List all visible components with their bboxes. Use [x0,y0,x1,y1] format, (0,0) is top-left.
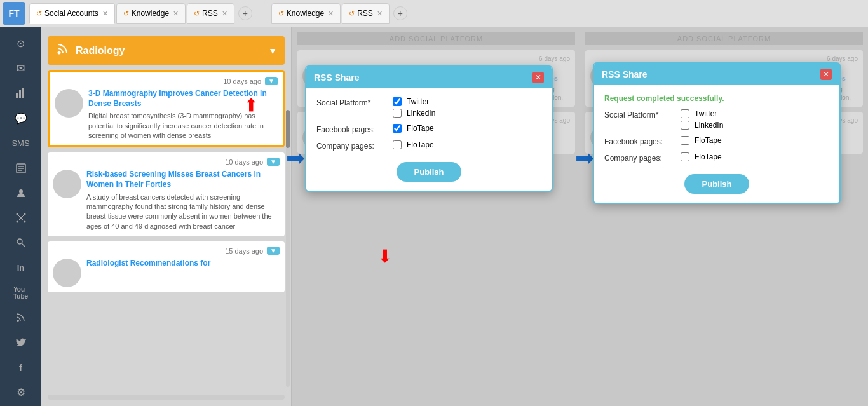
rss-1-facebook-row: Facebook pages: FloTape [316,124,541,134]
feed-item-0-content: 3-D Mammography Improves Cancer Detectio… [88,89,278,140]
rss-2-flotape1-checkbox[interactable] [681,136,689,145]
rss-2-twitter-option[interactable]: Twitter [681,109,723,118]
tab-knowledge2-close[interactable]: ✕ [328,10,334,18]
rss-dialog-1-close-btn[interactable]: ✕ [532,72,544,83]
tab-knowledge-icon: ↺ [123,10,129,18]
rss-2-company-label: Company pages: [604,152,681,163]
rss-2-social-platform-label: Social Platform* [604,109,681,119]
sidebar-item-network[interactable] [8,206,34,229]
sidebar-item-settings[interactable]: ⚙ [8,381,34,403]
rss-2-twitter-label: Twitter [695,109,717,118]
sidebar-item-contacts[interactable] [8,182,34,204]
feed-item-0-avatar [55,89,83,118]
add-tab2-button[interactable]: + [393,6,407,20]
feed-item-2-expand-btn[interactable]: ▼ [267,247,280,255]
rss-1-linkedin-checkbox[interactable] [393,109,402,118]
rss-2-facebook-label: Facebook pages: [604,136,681,146]
tab-rss2-label: RSS [357,9,373,18]
sidebar-item-youtube[interactable]: YouTube [8,281,34,304]
sidebar-item-mail[interactable]: ✉ [8,57,34,79]
rss-1-social-platform-label: Social Platform* [316,97,393,107]
feed-item-2-avatar [53,259,81,287]
rss-2-flotape2-checkbox[interactable] [681,152,689,161]
rss-2-linkedin-checkbox[interactable] [681,121,689,130]
rss-1-linkedin-label: LinkedIn [407,109,435,118]
rss-1-facebook-label: Facebook pages: [316,124,393,134]
sidebar-item-chart[interactable] [8,82,34,104]
arrow-2: ➡ [575,145,594,172]
rss-1-publish-btn[interactable]: Publish [397,162,462,182]
rss-1-social-platform-row: Social Platform* Twitter LinkedIn [316,97,541,118]
feed-item-1-title: Risk-based Screening Misses Breast Cance… [86,170,280,189]
rss-2-linkedin-option[interactable]: LinkedIn [681,121,723,130]
sidebar-item-facebook[interactable]: f [8,356,34,379]
horizontal-scrollbar[interactable] [48,395,285,400]
tab-rss2[interactable]: ↺ RSS ✕ [342,3,390,24]
rss-2-company-row: Company pages: FloTape [604,152,829,163]
sidebar-item-twitter[interactable] [8,331,34,353]
add-tab-button[interactable]: + [238,6,252,20]
rss-2-facebook-options: FloTape [681,136,722,145]
tab-knowledge[interactable]: ↺ Knowledge ✕ [116,3,186,24]
rss-1-publish-row: Publish [316,157,541,182]
scrollbar-thumb[interactable] [286,110,290,148]
rss-dialog-2: RSS Share ✕ Request completed successful… [593,62,841,204]
feed-item-1-body: Risk-based Screening Misses Breast Cance… [53,170,280,231]
rss-dialog-2-body: Request completed successfully. Social P… [594,85,839,203]
add-social-label-1: ADD SOCIAL PLATFORM [297,32,575,45]
feed-item-2-header: 15 days ago ▼ [53,247,280,255]
rss-1-twitter-label: Twitter [407,97,429,106]
rss-1-linkedin-option[interactable]: LinkedIn [393,109,435,118]
rss-2-flotape2-option[interactable]: FloTape [681,152,722,161]
tab-rss-close[interactable]: ✕ [222,10,227,18]
rss-1-flotape1-option[interactable]: FloTape [393,124,434,133]
feed-item-1-content: Risk-based Screening Misses Breast Cance… [86,170,280,231]
feed-item-0-body: 3-D Mammography Improves Cancer Detectio… [55,89,278,140]
rss-1-facebook-options: FloTape [393,124,434,133]
tab-rss[interactable]: ↺ RSS ✕ [187,3,234,24]
rss-2-twitter-checkbox[interactable] [681,109,689,118]
tab-knowledge2[interactable]: ↺ Knowledge ✕ [271,3,341,24]
feed-item-2-content: Radiologist Recommendations for [86,259,210,287]
rss-dialog-2-close-btn[interactable]: ✕ [820,69,832,80]
sidebar-item-search[interactable] [8,232,34,254]
rss-1-twitter-option[interactable]: Twitter [393,97,435,106]
svg-line-18 [22,244,25,247]
sidebar-item-history[interactable]: ⊙ [8,32,34,55]
feed-item-1-date: 10 days ago [225,158,263,166]
sidebar-item-chat[interactable]: 💬 [8,107,34,130]
rss-1-social-options: Twitter LinkedIn [393,97,435,118]
rss-1-flotape2-checkbox[interactable] [393,140,402,149]
tab-knowledge-close[interactable]: ✕ [173,10,179,18]
rss-dialog-2-header: RSS Share ✕ [594,64,839,85]
tab-social-label: Social Accounts [44,9,98,18]
tab-social[interactable]: ↺ Social Accounts ✕ [29,3,115,24]
rss-dialog-1-title: RSS Share [314,72,360,83]
svg-point-7 [19,189,23,193]
rss-2-flotape1-label: FloTape [695,136,722,145]
sidebar-item-rss[interactable] [8,306,34,328]
tab-rss2-close[interactable]: ✕ [377,10,383,18]
rss-dialog-1-header: RSS Share ✕ [306,67,552,88]
sidebar-item-sms[interactable]: SMS [8,132,34,154]
feed-dropdown-icon[interactable]: ▼ [268,46,277,56]
rss-dialog-1: RSS Share ✕ Social Platform* Twitter Lin… [305,65,553,192]
rss-2-social-platform-row: Social Platform* Twitter LinkedIn [604,109,829,130]
rss-1-company-label: Company pages: [316,140,393,151]
tab-rss2-icon: ↺ [349,10,355,18]
rss-2-flotape1-option[interactable]: FloTape [681,136,722,145]
feed-item-2: 15 days ago ▼ Radiologist Recommendation… [48,241,285,292]
sidebar-item-linkedin[interactable]: in [8,257,34,279]
feed-rss-icon [57,43,69,58]
tab-social-close[interactable]: ✕ [102,10,108,18]
rss-1-flotape1-checkbox[interactable] [393,124,402,133]
feed-item-0-expand-btn[interactable]: ▼ [265,77,278,85]
feed-item-1-expand-btn[interactable]: ▼ [267,158,280,166]
sidebar-item-tasks[interactable] [8,157,34,179]
svg-line-16 [21,218,25,222]
rss-dialog-1-body: Social Platform* Twitter LinkedIn Facebo [306,88,552,191]
rss-1-twitter-checkbox[interactable] [393,97,402,106]
rss-2-publish-btn[interactable]: Publish [684,174,750,194]
rss-1-flotape2-option[interactable]: FloTape [393,140,434,149]
feed-item-0-date: 10 days ago [223,78,261,85]
